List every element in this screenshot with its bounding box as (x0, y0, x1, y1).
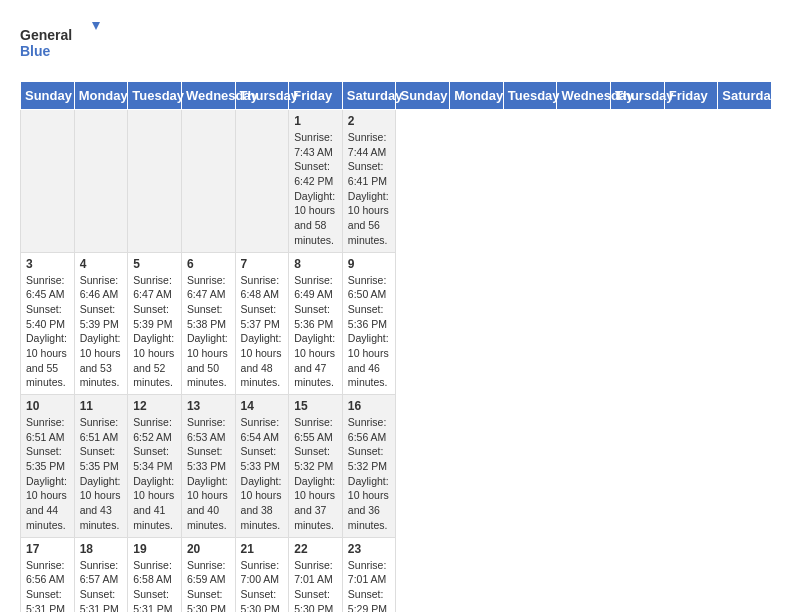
day-info: Sunrise: 7:44 AM Sunset: 6:41 PM Dayligh… (348, 130, 391, 248)
weekday-header: Thursday (611, 82, 665, 110)
weekday-header: Friday (664, 82, 718, 110)
calendar-cell: 9Sunrise: 6:50 AM Sunset: 5:36 PM Daylig… (342, 252, 396, 395)
day-number: 12 (133, 399, 176, 413)
day-number: 16 (348, 399, 391, 413)
day-info: Sunrise: 7:01 AM Sunset: 5:30 PM Dayligh… (294, 558, 337, 613)
calendar-cell: 5Sunrise: 6:47 AM Sunset: 5:39 PM Daylig… (128, 252, 182, 395)
svg-text:General: General (20, 27, 72, 43)
day-info: Sunrise: 6:56 AM Sunset: 5:31 PM Dayligh… (26, 558, 69, 613)
day-info: Sunrise: 6:47 AM Sunset: 5:39 PM Dayligh… (133, 273, 176, 391)
day-number: 23 (348, 542, 391, 556)
weekday-header: Saturday (718, 82, 772, 110)
day-number: 20 (187, 542, 230, 556)
calendar-cell: 8Sunrise: 6:49 AM Sunset: 5:36 PM Daylig… (289, 252, 343, 395)
day-number: 15 (294, 399, 337, 413)
calendar-cell: 7Sunrise: 6:48 AM Sunset: 5:37 PM Daylig… (235, 252, 289, 395)
weekday-header: Tuesday (503, 82, 557, 110)
calendar-week-row: 17Sunrise: 6:56 AM Sunset: 5:31 PM Dayli… (21, 537, 772, 612)
day-number: 6 (187, 257, 230, 271)
weekday-header: Sunday (396, 82, 450, 110)
day-number: 9 (348, 257, 391, 271)
day-info: Sunrise: 6:54 AM Sunset: 5:33 PM Dayligh… (241, 415, 284, 533)
calendar-cell: 16Sunrise: 6:56 AM Sunset: 5:32 PM Dayli… (342, 395, 396, 538)
calendar-header-row: SundayMondayTuesdayWednesdayThursdayFrid… (21, 82, 772, 110)
calendar-week-row: 10Sunrise: 6:51 AM Sunset: 5:35 PM Dayli… (21, 395, 772, 538)
day-number: 4 (80, 257, 123, 271)
day-number: 8 (294, 257, 337, 271)
weekday-header: Monday (74, 82, 128, 110)
svg-marker-2 (92, 22, 100, 30)
weekday-header: Sunday (21, 82, 75, 110)
day-info: Sunrise: 6:57 AM Sunset: 5:31 PM Dayligh… (80, 558, 123, 613)
day-info: Sunrise: 6:55 AM Sunset: 5:32 PM Dayligh… (294, 415, 337, 533)
calendar-week-row: 1Sunrise: 7:43 AM Sunset: 6:42 PM Daylig… (21, 110, 772, 253)
calendar-cell: 2Sunrise: 7:44 AM Sunset: 6:41 PM Daylig… (342, 110, 396, 253)
day-number: 11 (80, 399, 123, 413)
calendar-cell (74, 110, 128, 253)
day-number: 2 (348, 114, 391, 128)
day-number: 13 (187, 399, 230, 413)
weekday-header: Wednesday (557, 82, 611, 110)
calendar-cell: 4Sunrise: 6:46 AM Sunset: 5:39 PM Daylig… (74, 252, 128, 395)
day-info: Sunrise: 6:59 AM Sunset: 5:30 PM Dayligh… (187, 558, 230, 613)
day-info: Sunrise: 6:50 AM Sunset: 5:36 PM Dayligh… (348, 273, 391, 391)
calendar-cell: 21Sunrise: 7:00 AM Sunset: 5:30 PM Dayli… (235, 537, 289, 612)
day-number: 14 (241, 399, 284, 413)
day-info: Sunrise: 6:51 AM Sunset: 5:35 PM Dayligh… (80, 415, 123, 533)
calendar-cell: 3Sunrise: 6:45 AM Sunset: 5:40 PM Daylig… (21, 252, 75, 395)
logo-svg: General Blue (20, 20, 100, 65)
calendar-table: SundayMondayTuesdayWednesdayThursdayFrid… (20, 81, 772, 612)
calendar-cell: 17Sunrise: 6:56 AM Sunset: 5:31 PM Dayli… (21, 537, 75, 612)
day-info: Sunrise: 7:01 AM Sunset: 5:29 PM Dayligh… (348, 558, 391, 613)
calendar-cell: 11Sunrise: 6:51 AM Sunset: 5:35 PM Dayli… (74, 395, 128, 538)
calendar-cell: 1Sunrise: 7:43 AM Sunset: 6:42 PM Daylig… (289, 110, 343, 253)
day-info: Sunrise: 6:46 AM Sunset: 5:39 PM Dayligh… (80, 273, 123, 391)
day-number: 17 (26, 542, 69, 556)
day-info: Sunrise: 6:48 AM Sunset: 5:37 PM Dayligh… (241, 273, 284, 391)
calendar-cell (235, 110, 289, 253)
day-info: Sunrise: 6:53 AM Sunset: 5:33 PM Dayligh… (187, 415, 230, 533)
calendar-week-row: 3Sunrise: 6:45 AM Sunset: 5:40 PM Daylig… (21, 252, 772, 395)
calendar-cell: 10Sunrise: 6:51 AM Sunset: 5:35 PM Dayli… (21, 395, 75, 538)
day-number: 5 (133, 257, 176, 271)
calendar-cell (128, 110, 182, 253)
day-info: Sunrise: 6:52 AM Sunset: 5:34 PM Dayligh… (133, 415, 176, 533)
header: General Blue (20, 20, 772, 65)
calendar-cell: 15Sunrise: 6:55 AM Sunset: 5:32 PM Dayli… (289, 395, 343, 538)
weekday-header: Wednesday (181, 82, 235, 110)
calendar-cell: 18Sunrise: 6:57 AM Sunset: 5:31 PM Dayli… (74, 537, 128, 612)
day-number: 18 (80, 542, 123, 556)
calendar-cell: 19Sunrise: 6:58 AM Sunset: 5:31 PM Dayli… (128, 537, 182, 612)
day-number: 21 (241, 542, 284, 556)
day-info: Sunrise: 7:43 AM Sunset: 6:42 PM Dayligh… (294, 130, 337, 248)
calendar-cell: 14Sunrise: 6:54 AM Sunset: 5:33 PM Dayli… (235, 395, 289, 538)
weekday-header: Thursday (235, 82, 289, 110)
calendar-cell: 6Sunrise: 6:47 AM Sunset: 5:38 PM Daylig… (181, 252, 235, 395)
calendar-cell: 23Sunrise: 7:01 AM Sunset: 5:29 PM Dayli… (342, 537, 396, 612)
day-info: Sunrise: 6:49 AM Sunset: 5:36 PM Dayligh… (294, 273, 337, 391)
day-number: 19 (133, 542, 176, 556)
svg-text:Blue: Blue (20, 43, 51, 59)
calendar-cell (21, 110, 75, 253)
day-info: Sunrise: 7:00 AM Sunset: 5:30 PM Dayligh… (241, 558, 284, 613)
day-info: Sunrise: 6:51 AM Sunset: 5:35 PM Dayligh… (26, 415, 69, 533)
weekday-header: Monday (450, 82, 504, 110)
day-info: Sunrise: 6:56 AM Sunset: 5:32 PM Dayligh… (348, 415, 391, 533)
calendar-cell: 12Sunrise: 6:52 AM Sunset: 5:34 PM Dayli… (128, 395, 182, 538)
day-number: 3 (26, 257, 69, 271)
weekday-header: Friday (289, 82, 343, 110)
day-number: 22 (294, 542, 337, 556)
day-info: Sunrise: 6:58 AM Sunset: 5:31 PM Dayligh… (133, 558, 176, 613)
weekday-header: Saturday (342, 82, 396, 110)
day-info: Sunrise: 6:47 AM Sunset: 5:38 PM Dayligh… (187, 273, 230, 391)
calendar-cell: 13Sunrise: 6:53 AM Sunset: 5:33 PM Dayli… (181, 395, 235, 538)
calendar-cell (181, 110, 235, 253)
day-number: 7 (241, 257, 284, 271)
weekday-header: Tuesday (128, 82, 182, 110)
calendar-cell: 22Sunrise: 7:01 AM Sunset: 5:30 PM Dayli… (289, 537, 343, 612)
day-number: 10 (26, 399, 69, 413)
day-info: Sunrise: 6:45 AM Sunset: 5:40 PM Dayligh… (26, 273, 69, 391)
day-number: 1 (294, 114, 337, 128)
calendar-cell: 20Sunrise: 6:59 AM Sunset: 5:30 PM Dayli… (181, 537, 235, 612)
logo: General Blue (20, 20, 100, 65)
